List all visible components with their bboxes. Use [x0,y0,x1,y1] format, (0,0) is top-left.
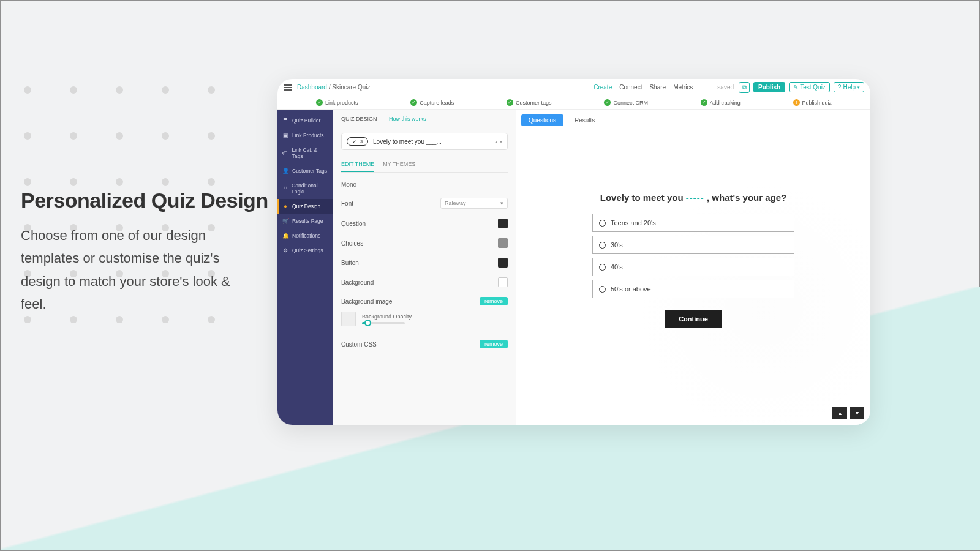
preview-tabs: Questions Results [516,110,870,131]
question-color-swatch[interactable] [498,219,508,228]
background-color-swatch[interactable] [498,277,508,287]
chevron-down-icon: ▾ [500,200,503,206]
check-icon: ✓ [507,99,513,106]
quiz-preview: Questions Results Lovely to meet you ---… [516,110,870,425]
caret-down-icon[interactable]: ▾ [500,139,502,144]
check-icon: ✓ [316,99,323,106]
theme-name: Mono [341,181,508,188]
sidebar: ≣Quiz Builder ▣Link Products 🏷Link Cat. … [277,110,333,425]
saved-label: saved [717,84,734,91]
editor-heading: QUIZ DESIGN · How this works [341,116,508,122]
gear-icon: ⚙ [282,247,288,253]
next-question-button[interactable]: ▾ [850,407,864,419]
breadcrumb: Dashboard / Skincare Quiz [297,84,371,91]
background-color-row: Background [341,277,508,287]
warning-icon: ! [793,99,800,106]
drop-icon: ● [282,203,288,209]
check-icon: ✓ [701,99,707,106]
font-select[interactable]: Raleway▾ [440,198,508,209]
continue-button[interactable]: Continue [665,310,722,328]
radio-icon [599,220,606,227]
check-icon: ✓ [604,99,611,106]
feature-title: Personalized Quiz Design [21,189,268,212]
choices-color-row: Choices [341,238,508,248]
question-preview-text: Lovely to meet you ___... [373,138,442,145]
button-color-row: Button [341,258,508,268]
test-quiz-button[interactable]: ✎Test Quiz [789,82,830,92]
breadcrumb-root[interactable]: Dashboard [297,84,327,91]
option-2[interactable]: 30's [592,236,794,254]
menu-icon[interactable] [284,84,292,91]
cart-icon: 🛒 [282,218,288,224]
step-publish-quiz[interactable]: !Publish quiz [793,99,832,106]
copy-button[interactable]: ⧉ [739,82,750,93]
list-icon: ≣ [282,118,288,124]
briefcase-icon: ▣ [282,132,288,138]
sidebar-item-link-cat[interactable]: 🏷Link Cat. & Tags [277,143,333,163]
opacity-slider[interactable]: Background Opacity [362,313,508,324]
sidebar-item-conditional[interactable]: ⑂Conditional Logic [277,178,333,199]
step-connect-crm[interactable]: ✓Connect CRM [604,99,648,106]
prev-question-button[interactable]: ▴ [832,407,847,419]
option-3[interactable]: 40's [592,258,794,276]
step-customer-tags[interactable]: ✓Customer tags [507,99,552,106]
tab-create[interactable]: Create [594,84,612,91]
breadcrumb-leaf: Skincare Quiz [332,84,370,91]
topbar-actions: saved ⧉ Publish ✎Test Quiz ?Help▾ [717,82,864,93]
sidebar-item-quiz-builder[interactable]: ≣Quiz Builder [277,113,333,128]
sidebar-item-customer-tags[interactable]: 👤Customer Tags [277,163,333,178]
bgimage-thumbnail[interactable] [341,312,356,326]
check-icon: ✓ [410,99,417,106]
custom-css-row: Custom CSS remove [341,340,508,348]
sidebar-item-settings[interactable]: ⚙Quiz Settings [277,243,333,258]
preview-tab-questions[interactable]: Questions [521,114,564,126]
top-tabs: Create Connect Share Metrics [594,84,693,91]
step-capture-leads[interactable]: ✓Capture leads [410,99,454,106]
publish-button[interactable]: Publish [753,82,785,92]
sidebar-item-notifications[interactable]: 🔔Notifications [277,228,333,243]
question-badge: ✓3 [347,137,368,146]
remove-bgimage-button[interactable]: remove [480,297,508,305]
button-color-swatch[interactable] [498,258,508,268]
radio-icon [599,286,606,293]
question-selector[interactable]: ✓3 Lovely to meet you ___... ▴ ▾ [341,133,508,150]
topbar: Dashboard / Skincare Quiz Create Connect… [277,79,870,96]
how-this-works-link[interactable]: How this works [389,116,426,122]
question-color-row: Question [341,219,508,228]
tab-share[interactable]: Share [649,84,666,91]
preview-nav: ▴ ▾ [832,407,864,419]
preview-tab-results[interactable]: Results [567,114,602,126]
bgimage-row: Background image remove [341,297,508,305]
remove-css-button[interactable]: remove [480,340,508,348]
bgimage-controls: Background Opacity [341,312,508,326]
caret-up-icon[interactable]: ▴ [495,139,497,144]
choices-color-swatch[interactable] [498,238,508,248]
bell-icon: 🔔 [282,233,288,239]
feature-description: Choose from one of our design templates … [21,224,254,316]
user-icon: 👤 [282,168,288,174]
tab-my-themes[interactable]: MY THEMES [383,161,415,172]
progress-steps: ✓Link products ✓Capture leads ✓Customer … [277,96,870,110]
tab-connect[interactable]: Connect [619,84,642,91]
sidebar-item-link-products[interactable]: ▣Link Products [277,128,333,143]
step-link-products[interactable]: ✓Link products [316,99,358,106]
help-button[interactable]: ?Help▾ [834,82,864,92]
step-add-tracking[interactable]: ✓Add tracking [701,99,741,106]
app-body: ≣Quiz Builder ▣Link Products 🏷Link Cat. … [277,110,870,425]
tab-metrics[interactable]: Metrics [673,84,693,91]
theme-tabs: EDIT THEME MY THEMES [341,161,508,173]
sidebar-item-quiz-design[interactable]: ●Quiz Design [277,199,333,214]
question-title: Lovely to meet you ----- , what's your a… [600,192,786,203]
branch-icon: ⑂ [282,186,288,192]
design-editor: QUIZ DESIGN · How this works ✓3 Lovely t… [333,110,516,425]
sidebar-item-results[interactable]: 🛒Results Page [277,214,333,228]
option-1[interactable]: Teens and 20's [592,214,794,232]
option-4[interactable]: 50's or above [592,280,794,298]
tag-icon: 🏷 [282,150,288,156]
preview-body: Lovely to meet you ----- , what's your a… [516,131,870,425]
marketing-slide: Personalized Quiz Design Choose from one… [0,0,980,551]
question-nav: ▴ ▾ [495,139,502,144]
font-row: Font Raleway▾ [341,198,508,209]
tab-edit-theme[interactable]: EDIT THEME [341,161,374,172]
radio-icon [599,242,606,249]
